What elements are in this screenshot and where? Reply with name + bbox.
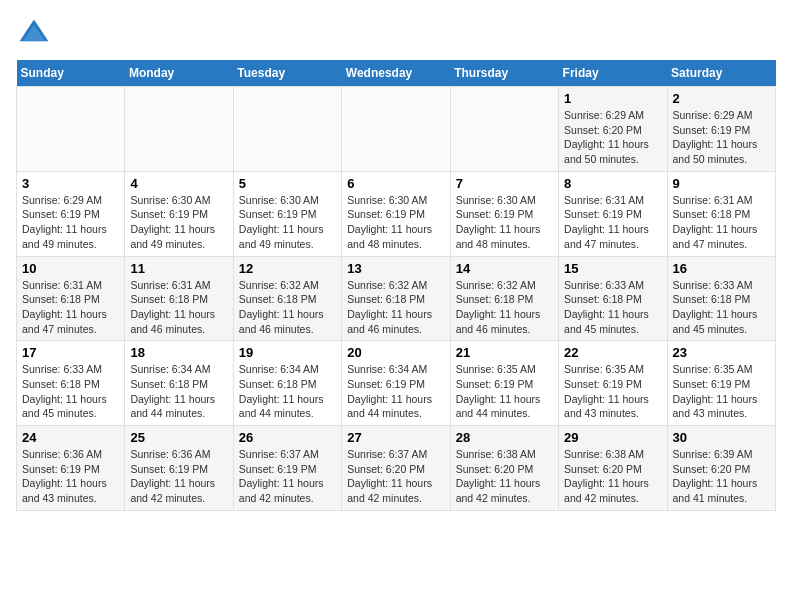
day-number: 5 [239, 176, 336, 191]
calendar-cell: 7Sunrise: 6:30 AM Sunset: 6:19 PM Daylig… [450, 171, 558, 256]
weekday-header-row: SundayMondayTuesdayWednesdayThursdayFrid… [17, 60, 776, 87]
day-info: Sunrise: 6:33 AM Sunset: 6:18 PM Dayligh… [673, 278, 770, 337]
page-header [16, 16, 776, 52]
day-number: 28 [456, 430, 553, 445]
day-number: 16 [673, 261, 770, 276]
day-info: Sunrise: 6:30 AM Sunset: 6:19 PM Dayligh… [456, 193, 553, 252]
calendar-cell: 9Sunrise: 6:31 AM Sunset: 6:18 PM Daylig… [667, 171, 775, 256]
weekday-header-monday: Monday [125, 60, 233, 87]
day-number: 11 [130, 261, 227, 276]
day-number: 3 [22, 176, 119, 191]
calendar-cell: 3Sunrise: 6:29 AM Sunset: 6:19 PM Daylig… [17, 171, 125, 256]
day-info: Sunrise: 6:35 AM Sunset: 6:19 PM Dayligh… [456, 362, 553, 421]
calendar-cell: 5Sunrise: 6:30 AM Sunset: 6:19 PM Daylig… [233, 171, 341, 256]
calendar-cell [233, 87, 341, 172]
calendar-week-row: 17Sunrise: 6:33 AM Sunset: 6:18 PM Dayli… [17, 341, 776, 426]
day-number: 30 [673, 430, 770, 445]
day-info: Sunrise: 6:36 AM Sunset: 6:19 PM Dayligh… [130, 447, 227, 506]
day-info: Sunrise: 6:34 AM Sunset: 6:18 PM Dayligh… [130, 362, 227, 421]
calendar-week-row: 24Sunrise: 6:36 AM Sunset: 6:19 PM Dayli… [17, 426, 776, 511]
day-info: Sunrise: 6:38 AM Sunset: 6:20 PM Dayligh… [456, 447, 553, 506]
day-info: Sunrise: 6:29 AM Sunset: 6:20 PM Dayligh… [564, 108, 661, 167]
calendar-cell: 26Sunrise: 6:37 AM Sunset: 6:19 PM Dayli… [233, 426, 341, 511]
day-info: Sunrise: 6:30 AM Sunset: 6:19 PM Dayligh… [239, 193, 336, 252]
calendar-table: SundayMondayTuesdayWednesdayThursdayFrid… [16, 60, 776, 511]
day-info: Sunrise: 6:38 AM Sunset: 6:20 PM Dayligh… [564, 447, 661, 506]
calendar-cell: 27Sunrise: 6:37 AM Sunset: 6:20 PM Dayli… [342, 426, 450, 511]
day-info: Sunrise: 6:29 AM Sunset: 6:19 PM Dayligh… [673, 108, 770, 167]
day-number: 4 [130, 176, 227, 191]
day-info: Sunrise: 6:36 AM Sunset: 6:19 PM Dayligh… [22, 447, 119, 506]
calendar-cell: 12Sunrise: 6:32 AM Sunset: 6:18 PM Dayli… [233, 256, 341, 341]
calendar-cell [342, 87, 450, 172]
day-number: 10 [22, 261, 119, 276]
day-number: 27 [347, 430, 444, 445]
day-number: 23 [673, 345, 770, 360]
calendar-cell: 21Sunrise: 6:35 AM Sunset: 6:19 PM Dayli… [450, 341, 558, 426]
day-number: 6 [347, 176, 444, 191]
calendar-cell: 2Sunrise: 6:29 AM Sunset: 6:19 PM Daylig… [667, 87, 775, 172]
calendar-cell: 8Sunrise: 6:31 AM Sunset: 6:19 PM Daylig… [559, 171, 667, 256]
calendar-cell: 11Sunrise: 6:31 AM Sunset: 6:18 PM Dayli… [125, 256, 233, 341]
calendar-cell: 6Sunrise: 6:30 AM Sunset: 6:19 PM Daylig… [342, 171, 450, 256]
calendar-cell: 15Sunrise: 6:33 AM Sunset: 6:18 PM Dayli… [559, 256, 667, 341]
day-number: 7 [456, 176, 553, 191]
day-number: 21 [456, 345, 553, 360]
weekday-header-sunday: Sunday [17, 60, 125, 87]
day-number: 12 [239, 261, 336, 276]
calendar-cell: 25Sunrise: 6:36 AM Sunset: 6:19 PM Dayli… [125, 426, 233, 511]
calendar-cell: 13Sunrise: 6:32 AM Sunset: 6:18 PM Dayli… [342, 256, 450, 341]
day-number: 22 [564, 345, 661, 360]
weekday-header-saturday: Saturday [667, 60, 775, 87]
logo-icon [16, 16, 52, 52]
calendar-cell: 29Sunrise: 6:38 AM Sunset: 6:20 PM Dayli… [559, 426, 667, 511]
calendar-cell: 24Sunrise: 6:36 AM Sunset: 6:19 PM Dayli… [17, 426, 125, 511]
logo [16, 16, 56, 52]
day-info: Sunrise: 6:34 AM Sunset: 6:18 PM Dayligh… [239, 362, 336, 421]
day-info: Sunrise: 6:31 AM Sunset: 6:18 PM Dayligh… [22, 278, 119, 337]
day-info: Sunrise: 6:37 AM Sunset: 6:19 PM Dayligh… [239, 447, 336, 506]
calendar-cell: 16Sunrise: 6:33 AM Sunset: 6:18 PM Dayli… [667, 256, 775, 341]
day-info: Sunrise: 6:39 AM Sunset: 6:20 PM Dayligh… [673, 447, 770, 506]
day-number: 1 [564, 91, 661, 106]
day-info: Sunrise: 6:31 AM Sunset: 6:18 PM Dayligh… [130, 278, 227, 337]
day-info: Sunrise: 6:33 AM Sunset: 6:18 PM Dayligh… [22, 362, 119, 421]
weekday-header-wednesday: Wednesday [342, 60, 450, 87]
calendar-cell [125, 87, 233, 172]
day-info: Sunrise: 6:37 AM Sunset: 6:20 PM Dayligh… [347, 447, 444, 506]
day-number: 2 [673, 91, 770, 106]
day-number: 14 [456, 261, 553, 276]
calendar-cell: 17Sunrise: 6:33 AM Sunset: 6:18 PM Dayli… [17, 341, 125, 426]
calendar-cell: 28Sunrise: 6:38 AM Sunset: 6:20 PM Dayli… [450, 426, 558, 511]
calendar-cell [450, 87, 558, 172]
day-number: 13 [347, 261, 444, 276]
weekday-header-friday: Friday [559, 60, 667, 87]
day-info: Sunrise: 6:34 AM Sunset: 6:19 PM Dayligh… [347, 362, 444, 421]
day-info: Sunrise: 6:30 AM Sunset: 6:19 PM Dayligh… [130, 193, 227, 252]
day-info: Sunrise: 6:35 AM Sunset: 6:19 PM Dayligh… [673, 362, 770, 421]
day-info: Sunrise: 6:31 AM Sunset: 6:18 PM Dayligh… [673, 193, 770, 252]
calendar-week-row: 10Sunrise: 6:31 AM Sunset: 6:18 PM Dayli… [17, 256, 776, 341]
day-number: 9 [673, 176, 770, 191]
calendar-cell: 4Sunrise: 6:30 AM Sunset: 6:19 PM Daylig… [125, 171, 233, 256]
calendar-cell: 30Sunrise: 6:39 AM Sunset: 6:20 PM Dayli… [667, 426, 775, 511]
day-info: Sunrise: 6:30 AM Sunset: 6:19 PM Dayligh… [347, 193, 444, 252]
day-info: Sunrise: 6:32 AM Sunset: 6:18 PM Dayligh… [239, 278, 336, 337]
weekday-header-thursday: Thursday [450, 60, 558, 87]
calendar-week-row: 1Sunrise: 6:29 AM Sunset: 6:20 PM Daylig… [17, 87, 776, 172]
day-number: 19 [239, 345, 336, 360]
day-info: Sunrise: 6:35 AM Sunset: 6:19 PM Dayligh… [564, 362, 661, 421]
day-number: 18 [130, 345, 227, 360]
day-number: 8 [564, 176, 661, 191]
calendar-cell: 1Sunrise: 6:29 AM Sunset: 6:20 PM Daylig… [559, 87, 667, 172]
calendar-cell: 14Sunrise: 6:32 AM Sunset: 6:18 PM Dayli… [450, 256, 558, 341]
calendar-cell [17, 87, 125, 172]
day-number: 24 [22, 430, 119, 445]
day-number: 26 [239, 430, 336, 445]
day-info: Sunrise: 6:32 AM Sunset: 6:18 PM Dayligh… [456, 278, 553, 337]
day-info: Sunrise: 6:33 AM Sunset: 6:18 PM Dayligh… [564, 278, 661, 337]
calendar-week-row: 3Sunrise: 6:29 AM Sunset: 6:19 PM Daylig… [17, 171, 776, 256]
day-info: Sunrise: 6:31 AM Sunset: 6:19 PM Dayligh… [564, 193, 661, 252]
calendar-cell: 19Sunrise: 6:34 AM Sunset: 6:18 PM Dayli… [233, 341, 341, 426]
day-number: 25 [130, 430, 227, 445]
